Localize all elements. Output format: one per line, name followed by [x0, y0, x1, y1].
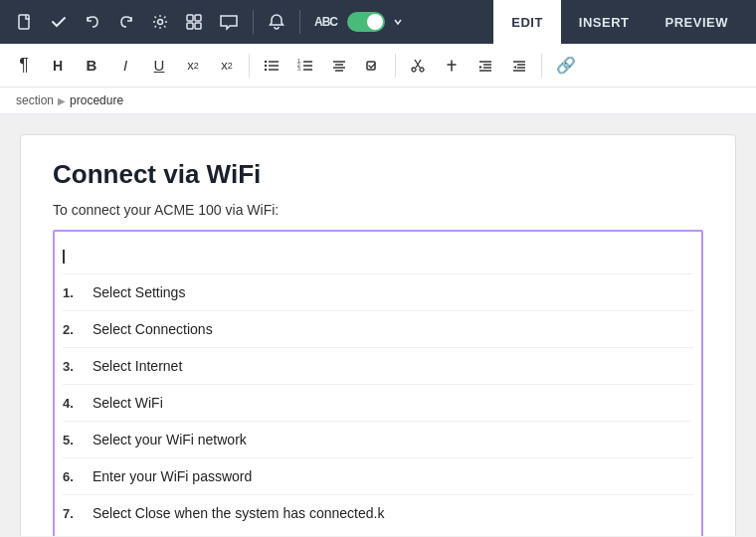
list-text: Enter your WiFi password	[93, 468, 252, 484]
numbered-list[interactable]: 1.Select Settings2.Select Connections3.S…	[53, 230, 703, 536]
cut-btn[interactable]	[402, 50, 434, 82]
divider	[253, 10, 254, 34]
top-toolbar: ABC EDIT INSERT PREVIEW	[0, 0, 756, 44]
indent-btn[interactable]	[470, 50, 501, 82]
svg-rect-0	[19, 15, 29, 29]
redo-icon[interactable]	[111, 9, 141, 35]
checkbox-btn[interactable]	[357, 50, 389, 82]
top-right-tabs: EDIT INSERT PREVIEW	[493, 0, 746, 44]
dropdown-arrow[interactable]	[393, 13, 403, 31]
fmt-divider1	[249, 54, 250, 78]
spellcheck-icon[interactable]: ABC	[308, 11, 343, 33]
list-number: 5.	[63, 432, 93, 448]
svg-text:3.: 3.	[297, 66, 301, 72]
breadcrumb: section ▶ procedure	[0, 88, 756, 114]
list-number: 7.	[63, 505, 93, 521]
breadcrumb-procedure: procedure	[70, 93, 123, 107]
svg-point-24	[420, 68, 424, 72]
list-number: 3.	[63, 358, 93, 374]
editor-card: Connect via WiFi To connect your ACME 10…	[20, 134, 736, 536]
undo-icon[interactable]	[78, 9, 107, 35]
comment-icon[interactable]	[213, 9, 245, 35]
list-text: Select Settings	[93, 284, 185, 300]
fmt-divider2	[395, 54, 396, 78]
svg-rect-5	[195, 23, 201, 29]
align-btn[interactable]	[323, 50, 355, 82]
list-number: 4.	[63, 395, 93, 411]
list-text: Select Close when the system has connect…	[93, 505, 384, 521]
outdent-btn[interactable]	[503, 50, 535, 82]
settings-icon[interactable]	[145, 9, 175, 35]
cursor-row	[63, 240, 693, 274]
toggle-switch[interactable]	[347, 12, 385, 32]
superscript-btn[interactable]: x2	[177, 50, 209, 82]
file-icon[interactable]	[10, 9, 40, 35]
check-icon[interactable]	[44, 9, 74, 35]
ordered-list-btn[interactable]: 1.2.3.	[289, 50, 321, 82]
italic-btn[interactable]: I	[109, 50, 141, 82]
svg-rect-3	[195, 15, 201, 21]
paragraph-btn[interactable]: ¶	[8, 50, 40, 82]
list-text: Select your WiFi network	[93, 432, 247, 448]
text-cursor	[63, 250, 65, 264]
list-item: 6.Enter your WiFi password	[63, 458, 693, 495]
divider2	[299, 10, 300, 34]
svg-point-6	[265, 60, 267, 62]
list-item: 4.Select WiFi	[63, 385, 693, 422]
svg-point-8	[265, 64, 267, 66]
fmt-divider3	[541, 54, 542, 78]
svg-point-10	[265, 68, 267, 70]
list-number: 6.	[63, 468, 93, 484]
heading-btn[interactable]: H	[42, 50, 74, 82]
list-item: 7.Select Close when the system has conne…	[63, 495, 693, 531]
breadcrumb-section[interactable]: section	[16, 93, 54, 107]
format-toolbar: ¶ H B I U x2 x2 1.2.3. 🔗	[0, 44, 756, 88]
bold-btn[interactable]: B	[76, 50, 107, 82]
list-text: Select WiFi	[93, 395, 163, 411]
svg-point-1	[158, 20, 163, 25]
toggle-knob	[367, 14, 383, 30]
list-number: 1.	[63, 284, 93, 300]
breadcrumb-separator: ▶	[58, 95, 66, 106]
list-item: 3.Select Internet	[63, 348, 693, 385]
svg-point-23	[412, 68, 416, 72]
list-item: 2.Select Connections	[63, 311, 693, 348]
doc-title: Connect via WiFi	[53, 159, 703, 190]
bell-icon[interactable]	[262, 9, 291, 35]
layout-icon[interactable]	[179, 9, 209, 35]
tab-preview[interactable]: PREVIEW	[648, 0, 746, 44]
format2-btn[interactable]	[436, 50, 468, 82]
list-item: 5.Select your WiFi network	[63, 422, 693, 458]
list-text: Select Connections	[93, 321, 213, 337]
svg-rect-4	[187, 23, 193, 29]
underline-btn[interactable]: U	[143, 50, 175, 82]
list-item: 1.Select Settings	[63, 274, 693, 311]
tab-insert[interactable]: INSERT	[561, 0, 648, 44]
content-area: Connect via WiFi To connect your ACME 10…	[0, 114, 756, 536]
list-number: 2.	[63, 321, 93, 337]
unordered-list-btn[interactable]	[256, 50, 287, 82]
svg-rect-2	[187, 15, 193, 21]
subscript-btn[interactable]: x2	[211, 50, 243, 82]
tab-edit[interactable]: EDIT	[493, 0, 561, 44]
doc-subtitle: To connect your ACME 100 via WiFi:	[53, 202, 703, 218]
link-btn[interactable]: 🔗	[548, 50, 584, 82]
list-text: Select Internet	[93, 358, 182, 374]
